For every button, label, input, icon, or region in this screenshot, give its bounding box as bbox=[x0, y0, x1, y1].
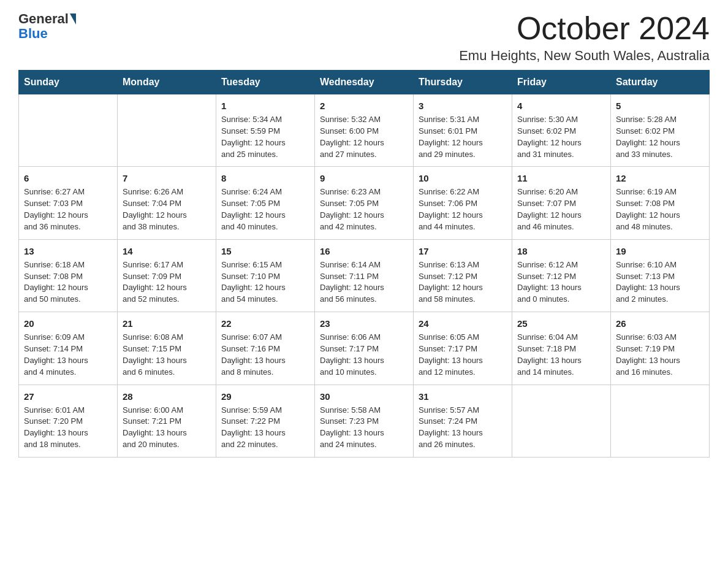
day-number: 3 bbox=[419, 99, 507, 112]
day-info: Sunrise: 6:15 AMSunset: 7:10 PMDaylight:… bbox=[221, 259, 309, 305]
calendar-cell: 11Sunrise: 6:20 AMSunset: 7:07 PMDayligh… bbox=[512, 167, 611, 239]
calendar-cell bbox=[512, 385, 611, 457]
day-number: 13 bbox=[24, 245, 112, 258]
calendar-header-friday: Friday bbox=[512, 71, 611, 94]
calendar-week-row: 1Sunrise: 5:34 AMSunset: 5:59 PMDaylight… bbox=[19, 94, 710, 167]
day-info: Sunrise: 6:04 AMSunset: 7:18 PMDaylight:… bbox=[517, 332, 605, 378]
calendar-cell bbox=[19, 94, 118, 167]
title-area: October 2024 Emu Heights, New South Wale… bbox=[459, 12, 710, 64]
calendar-cell: 28Sunrise: 6:00 AMSunset: 7:21 PMDayligh… bbox=[118, 385, 216, 457]
day-info: Sunrise: 6:26 AMSunset: 7:04 PMDaylight:… bbox=[123, 186, 211, 232]
day-number: 30 bbox=[320, 390, 408, 403]
day-number: 8 bbox=[221, 172, 309, 185]
day-info: Sunrise: 6:05 AMSunset: 7:17 PMDaylight:… bbox=[419, 332, 507, 378]
calendar-cell: 9Sunrise: 6:23 AMSunset: 7:05 PMDaylight… bbox=[315, 167, 414, 239]
day-info: Sunrise: 6:14 AMSunset: 7:11 PMDaylight:… bbox=[320, 259, 408, 305]
day-number: 23 bbox=[320, 317, 408, 330]
day-info: Sunrise: 6:17 AMSunset: 7:09 PMDaylight:… bbox=[123, 259, 211, 305]
calendar-cell: 23Sunrise: 6:06 AMSunset: 7:17 PMDayligh… bbox=[315, 312, 414, 385]
calendar-cell: 24Sunrise: 6:05 AMSunset: 7:17 PMDayligh… bbox=[414, 312, 512, 385]
calendar-cell: 3Sunrise: 5:31 AMSunset: 6:01 PMDaylight… bbox=[414, 94, 512, 167]
calendar-week-row: 20Sunrise: 6:09 AMSunset: 7:14 PMDayligh… bbox=[19, 312, 710, 385]
day-info: Sunrise: 6:27 AMSunset: 7:03 PMDaylight:… bbox=[24, 186, 112, 232]
logo-general-text: General bbox=[18, 12, 69, 26]
calendar-cell: 1Sunrise: 5:34 AMSunset: 5:59 PMDaylight… bbox=[216, 94, 315, 167]
day-number: 25 bbox=[517, 317, 605, 330]
calendar-header-monday: Monday bbox=[118, 71, 216, 94]
day-info: Sunrise: 5:57 AMSunset: 7:24 PMDaylight:… bbox=[419, 405, 507, 451]
day-number: 16 bbox=[320, 245, 408, 258]
calendar-cell: 12Sunrise: 6:19 AMSunset: 7:08 PMDayligh… bbox=[611, 167, 710, 239]
calendar-cell: 27Sunrise: 6:01 AMSunset: 7:20 PMDayligh… bbox=[19, 385, 118, 457]
calendar-cell: 17Sunrise: 6:13 AMSunset: 7:12 PMDayligh… bbox=[414, 239, 512, 312]
calendar-table: SundayMondayTuesdayWednesdayThursdayFrid… bbox=[18, 70, 710, 458]
day-number: 15 bbox=[221, 245, 309, 258]
calendar-week-row: 6Sunrise: 6:27 AMSunset: 7:03 PMDaylight… bbox=[19, 167, 710, 239]
day-number: 29 bbox=[221, 390, 309, 403]
day-number: 9 bbox=[320, 172, 408, 185]
calendar-header-row: SundayMondayTuesdayWednesdayThursdayFrid… bbox=[19, 71, 710, 94]
calendar-cell: 20Sunrise: 6:09 AMSunset: 7:14 PMDayligh… bbox=[19, 312, 118, 385]
calendar-header-tuesday: Tuesday bbox=[216, 71, 315, 94]
calendar-cell: 6Sunrise: 6:27 AMSunset: 7:03 PMDaylight… bbox=[19, 167, 118, 239]
day-info: Sunrise: 6:13 AMSunset: 7:12 PMDaylight:… bbox=[419, 259, 507, 305]
day-info: Sunrise: 6:00 AMSunset: 7:21 PMDaylight:… bbox=[123, 405, 211, 451]
calendar-cell bbox=[611, 385, 710, 457]
day-number: 4 bbox=[517, 99, 605, 112]
day-number: 18 bbox=[517, 245, 605, 258]
day-info: Sunrise: 6:20 AMSunset: 7:07 PMDaylight:… bbox=[517, 186, 605, 232]
location-title: Emu Heights, New South Wales, Australia bbox=[459, 48, 710, 64]
calendar-cell: 22Sunrise: 6:07 AMSunset: 7:16 PMDayligh… bbox=[216, 312, 315, 385]
day-number: 20 bbox=[24, 317, 112, 330]
day-info: Sunrise: 5:59 AMSunset: 7:22 PMDaylight:… bbox=[221, 405, 309, 451]
day-info: Sunrise: 6:07 AMSunset: 7:16 PMDaylight:… bbox=[221, 332, 309, 378]
day-info: Sunrise: 6:06 AMSunset: 7:17 PMDaylight:… bbox=[320, 332, 408, 378]
day-info: Sunrise: 6:19 AMSunset: 7:08 PMDaylight:… bbox=[616, 186, 704, 232]
day-info: Sunrise: 5:31 AMSunset: 6:01 PMDaylight:… bbox=[419, 114, 507, 160]
calendar-cell: 19Sunrise: 6:10 AMSunset: 7:13 PMDayligh… bbox=[611, 239, 710, 312]
calendar-cell: 29Sunrise: 5:59 AMSunset: 7:22 PMDayligh… bbox=[216, 385, 315, 457]
calendar-header-sunday: Sunday bbox=[19, 71, 118, 94]
day-info: Sunrise: 6:24 AMSunset: 7:05 PMDaylight:… bbox=[221, 186, 309, 232]
day-number: 26 bbox=[616, 317, 704, 330]
calendar-header-saturday: Saturday bbox=[611, 71, 710, 94]
calendar-cell: 30Sunrise: 5:58 AMSunset: 7:23 PMDayligh… bbox=[315, 385, 414, 457]
day-info: Sunrise: 6:18 AMSunset: 7:08 PMDaylight:… bbox=[24, 259, 112, 305]
calendar-week-row: 27Sunrise: 6:01 AMSunset: 7:20 PMDayligh… bbox=[19, 385, 710, 457]
day-number: 19 bbox=[616, 245, 704, 258]
calendar-cell bbox=[118, 94, 216, 167]
header: General Blue October 2024 Emu Heights, N… bbox=[18, 12, 710, 64]
day-info: Sunrise: 5:58 AMSunset: 7:23 PMDaylight:… bbox=[320, 405, 408, 451]
day-info: Sunrise: 6:22 AMSunset: 7:06 PMDaylight:… bbox=[419, 186, 507, 232]
logo-triangle-icon bbox=[70, 13, 76, 25]
day-number: 7 bbox=[123, 172, 211, 185]
calendar-cell: 25Sunrise: 6:04 AMSunset: 7:18 PMDayligh… bbox=[512, 312, 611, 385]
calendar-cell: 31Sunrise: 5:57 AMSunset: 7:24 PMDayligh… bbox=[414, 385, 512, 457]
day-number: 14 bbox=[123, 245, 211, 258]
day-number: 22 bbox=[221, 317, 309, 330]
day-info: Sunrise: 6:08 AMSunset: 7:15 PMDaylight:… bbox=[123, 332, 211, 378]
logo: General Blue bbox=[18, 12, 77, 42]
day-number: 31 bbox=[419, 390, 507, 403]
calendar-week-row: 13Sunrise: 6:18 AMSunset: 7:08 PMDayligh… bbox=[19, 239, 710, 312]
day-number: 24 bbox=[419, 317, 507, 330]
day-number: 2 bbox=[320, 99, 408, 112]
calendar-cell: 15Sunrise: 6:15 AMSunset: 7:10 PMDayligh… bbox=[216, 239, 315, 312]
day-number: 17 bbox=[419, 245, 507, 258]
calendar-cell: 16Sunrise: 6:14 AMSunset: 7:11 PMDayligh… bbox=[315, 239, 414, 312]
calendar-cell: 13Sunrise: 6:18 AMSunset: 7:08 PMDayligh… bbox=[19, 239, 118, 312]
logo-blue-text: Blue bbox=[18, 26, 48, 42]
calendar-cell: 4Sunrise: 5:30 AMSunset: 6:02 PMDaylight… bbox=[512, 94, 611, 167]
calendar-cell: 2Sunrise: 5:32 AMSunset: 6:00 PMDaylight… bbox=[315, 94, 414, 167]
calendar-cell: 14Sunrise: 6:17 AMSunset: 7:09 PMDayligh… bbox=[118, 239, 216, 312]
calendar-header-wednesday: Wednesday bbox=[315, 71, 414, 94]
day-info: Sunrise: 6:10 AMSunset: 7:13 PMDaylight:… bbox=[616, 259, 704, 305]
day-number: 5 bbox=[616, 99, 704, 112]
month-title: October 2024 bbox=[459, 12, 710, 44]
day-number: 11 bbox=[517, 172, 605, 185]
day-info: Sunrise: 6:09 AMSunset: 7:14 PMDaylight:… bbox=[24, 332, 112, 378]
day-info: Sunrise: 5:32 AMSunset: 6:00 PMDaylight:… bbox=[320, 114, 408, 160]
day-info: Sunrise: 6:01 AMSunset: 7:20 PMDaylight:… bbox=[24, 405, 112, 451]
calendar-cell: 7Sunrise: 6:26 AMSunset: 7:04 PMDaylight… bbox=[118, 167, 216, 239]
day-number: 10 bbox=[419, 172, 507, 185]
